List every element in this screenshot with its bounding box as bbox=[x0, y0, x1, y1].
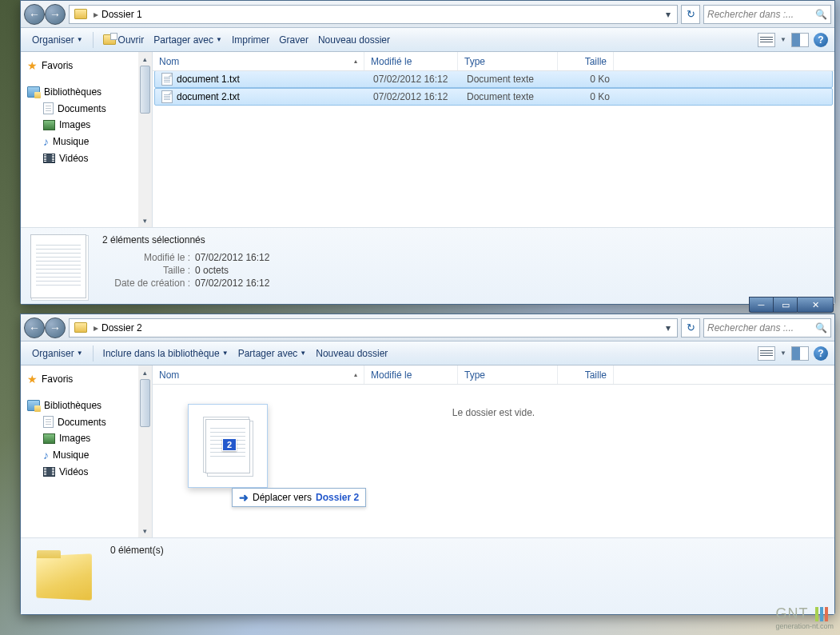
search-placeholder: Rechercher dans :... bbox=[707, 9, 794, 20]
drag-count-badge: 2 bbox=[222, 438, 237, 451]
sidebar-item-videos[interactable]: Vidéos bbox=[27, 464, 152, 480]
sidebar: ★Favoris Bibliothèques Documents Images … bbox=[21, 365, 153, 537]
sidebar-item-music[interactable]: ♪Musique bbox=[27, 133, 152, 150]
sidebar: ★Favoris Bibliothèques Documents Images … bbox=[21, 52, 153, 227]
help-button[interactable]: ? bbox=[814, 33, 828, 47]
view-options-button[interactable] bbox=[758, 346, 775, 361]
col-size[interactable]: Taille bbox=[558, 365, 614, 384]
nav-bar: ← → ▸ Dossier 1 ▾ ↻ Rechercher dans :...… bbox=[21, 1, 834, 28]
address-dropdown[interactable]: ▾ bbox=[661, 9, 675, 20]
file-list-pane: Nom▴ Modifié le Type Taille document 1.t… bbox=[153, 52, 834, 227]
address-bar[interactable]: ▸ Dossier 1 ▾ bbox=[69, 5, 678, 24]
move-arrow-icon: ➜ bbox=[239, 491, 249, 504]
sort-asc-icon: ▴ bbox=[354, 58, 357, 65]
search-placeholder: Rechercher dans :... bbox=[707, 322, 794, 333]
view-options-button[interactable] bbox=[758, 33, 775, 47]
sidebar-item-videos[interactable]: Vidéos bbox=[27, 150, 152, 166]
help-button[interactable]: ? bbox=[814, 346, 828, 361]
col-name[interactable]: Nom▴ bbox=[153, 365, 364, 384]
chevron-right-icon: ▸ bbox=[94, 322, 98, 333]
include-library-button[interactable]: Inclure dans la bibliothèque▼ bbox=[98, 345, 233, 362]
col-name[interactable]: Nom▴ bbox=[153, 52, 364, 70]
file-row[interactable]: document 1.txt 07/02/2012 16:12 Document… bbox=[154, 71, 833, 88]
titlebar: ─ ▭ ✕ bbox=[747, 0, 835, 1]
sidebar-favorites[interactable]: ★Favoris bbox=[27, 57, 152, 74]
sort-asc-icon: ▴ bbox=[354, 371, 357, 378]
folder-icon bbox=[74, 322, 87, 333]
details-pane: 2 éléments sélectionnés Modifié le :07/0… bbox=[21, 227, 834, 304]
music-icon: ♪ bbox=[43, 449, 49, 461]
print-button[interactable]: Imprimer bbox=[227, 31, 274, 49]
refresh-button[interactable]: ↻ bbox=[681, 5, 700, 24]
library-icon bbox=[27, 400, 40, 411]
folder-icon bbox=[74, 9, 87, 19]
music-icon: ♪ bbox=[43, 135, 49, 148]
open-button[interactable]: Ouvrir bbox=[98, 31, 149, 49]
preview-pane-button[interactable] bbox=[791, 346, 809, 361]
col-modified[interactable]: Modifié le bbox=[364, 365, 458, 384]
maximize-button[interactable]: ▭ bbox=[773, 297, 797, 313]
sidebar-favorites[interactable]: ★Favoris bbox=[27, 370, 152, 388]
text-file-icon bbox=[161, 73, 173, 86]
share-button[interactable]: Partager avec▼ bbox=[149, 31, 227, 49]
share-button[interactable]: Partager avec▼ bbox=[233, 345, 312, 362]
titlebar: ─ ▭ ✕ bbox=[747, 297, 835, 314]
address-bar[interactable]: ▸ Dossier 2 ▾ bbox=[69, 318, 678, 337]
column-headers: Nom▴ Modifié le Type Taille bbox=[153, 365, 834, 385]
search-input[interactable]: Rechercher dans :... 🔍 bbox=[703, 318, 831, 337]
preview-pane-button[interactable] bbox=[791, 33, 809, 47]
explorer-window-2: ─ ▭ ✕ ← → ▸ Dossier 2 ▾ ↻ Rechercher dan… bbox=[20, 314, 835, 615]
organize-button[interactable]: Organiser▼ bbox=[27, 345, 88, 362]
star-icon: ★ bbox=[27, 59, 38, 72]
search-input[interactable]: Rechercher dans :... 🔍 bbox=[703, 5, 831, 24]
sidebar-item-images[interactable]: Images bbox=[27, 430, 152, 446]
document-icon bbox=[43, 102, 54, 114]
col-type[interactable]: Type bbox=[458, 365, 558, 384]
sidebar-item-music[interactable]: ♪Musique bbox=[27, 446, 152, 464]
toolbar: Organiser▼ Inclure dans la bibliothèque▼… bbox=[21, 341, 834, 365]
library-icon bbox=[27, 86, 40, 98]
burn-button[interactable]: Graver bbox=[274, 31, 313, 49]
document-icon bbox=[43, 416, 54, 428]
explorer-window-1: ─ ▭ ✕ ← → ▸ Dossier 1 ▾ ↻ Rechercher dan… bbox=[20, 0, 835, 305]
organize-button[interactable]: Organiser▼ bbox=[27, 31, 88, 49]
file-row[interactable]: document 2.txt 07/02/2012 16:12 Document… bbox=[154, 88, 833, 106]
col-type[interactable]: Type bbox=[458, 52, 558, 70]
close-button[interactable]: ✕ bbox=[797, 297, 834, 313]
view-dropdown[interactable]: ▼ bbox=[780, 36, 786, 43]
watermark: GNT generation-nt.com bbox=[775, 605, 834, 630]
breadcrumb-item[interactable]: Dossier 2 bbox=[102, 322, 142, 333]
sidebar-item-images[interactable]: Images bbox=[27, 117, 152, 133]
image-icon bbox=[43, 433, 55, 444]
breadcrumb-item[interactable]: Dossier 1 bbox=[102, 9, 142, 20]
details-title: 0 élément(s) bbox=[110, 545, 164, 556]
details-title: 2 éléments sélectionnés bbox=[102, 234, 269, 246]
nav-back-button[interactable]: ← bbox=[24, 4, 45, 25]
refresh-button[interactable]: ↻ bbox=[681, 318, 700, 337]
video-icon bbox=[43, 154, 55, 163]
drag-tooltip: ➜ Déplacer vers Dossier 2 bbox=[232, 488, 366, 507]
col-modified[interactable]: Modifié le bbox=[364, 52, 458, 70]
view-dropdown[interactable]: ▼ bbox=[780, 349, 786, 357]
minimize-button[interactable]: ─ bbox=[749, 297, 773, 313]
sidebar-item-documents[interactable]: Documents bbox=[27, 413, 152, 430]
scrollbar[interactable]: ▴▾ bbox=[138, 365, 152, 537]
nav-bar: ← → ▸ Dossier 2 ▾ ↻ Rechercher dans :...… bbox=[21, 314, 834, 341]
new-folder-button[interactable]: Nouveau dossier bbox=[313, 31, 395, 49]
sidebar-item-documents[interactable]: Documents bbox=[27, 100, 152, 117]
details-folder-icon bbox=[30, 549, 94, 605]
scrollbar[interactable]: ▴▾ bbox=[138, 52, 152, 227]
nav-back-button[interactable]: ← bbox=[24, 318, 45, 338]
sidebar-libraries[interactable]: Bibliothèques bbox=[27, 84, 152, 100]
nav-forward-button[interactable]: → bbox=[45, 318, 66, 338]
open-icon bbox=[103, 34, 116, 45]
address-dropdown[interactable]: ▾ bbox=[661, 322, 675, 333]
video-icon bbox=[43, 467, 55, 477]
sidebar-libraries[interactable]: Bibliothèques bbox=[27, 397, 152, 413]
col-size[interactable]: Taille bbox=[558, 52, 614, 70]
search-icon: 🔍 bbox=[815, 322, 827, 333]
text-file-icon bbox=[161, 90, 173, 103]
details-pane: 0 élément(s) bbox=[21, 537, 834, 614]
nav-forward-button[interactable]: → bbox=[45, 4, 66, 25]
new-folder-button[interactable]: Nouveau dossier bbox=[311, 345, 392, 362]
